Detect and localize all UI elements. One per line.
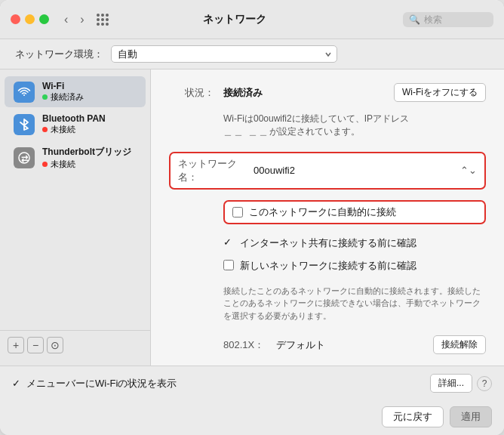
env-toolbar: ネットワーク環境： 自動 xyxy=(0,39,504,69)
plus-icon: + xyxy=(13,339,19,351)
remove-network-button[interactable]: − xyxy=(27,337,44,353)
help-text: 接続したことのあるネットワークに自動的に接続されます。接続したことのあるネットワ… xyxy=(223,285,486,322)
sidebar-tb-text: Thunderboltブリッジ 未接続 xyxy=(42,146,137,170)
minimize-button[interactable] xyxy=(25,14,35,24)
sidebar: Wi-Fi 接続済み Bluetooth PAN xyxy=(0,69,151,366)
sidebar-wifi-text: Wi-Fi 接続済み xyxy=(42,81,137,103)
show-wifi-label: メニューバーにWi-Fiの状況を表示 xyxy=(26,377,177,390)
sidebar-tb-status: 未接続 xyxy=(42,159,137,170)
bluetooth-icon xyxy=(14,114,35,135)
network-name-label: ネットワーク名： xyxy=(178,157,254,184)
status-row: 状況： 接続済み Wi-Fiをオフにする xyxy=(169,83,486,102)
action-icon: ⊙ xyxy=(51,339,60,351)
dot8021x-value: デフォルト xyxy=(276,338,421,352)
sidebar-wifi-name: Wi-Fi xyxy=(42,81,137,91)
revert-button[interactable]: 元に戻す xyxy=(382,406,444,427)
checkmark-icon-1: ✓ xyxy=(223,236,234,248)
thunderbolt-icon: ⇄ xyxy=(14,147,35,168)
option-row-2: 新しいネットワークに接続する前に確認 xyxy=(223,259,486,273)
show-wifi-row: ✓ メニューバーにWi-Fiの状況を表示 xyxy=(12,377,430,390)
help-button[interactable]: ? xyxy=(477,376,492,391)
auto-connect-checkbox[interactable] xyxy=(232,207,243,218)
status-label: 状況： xyxy=(169,86,214,100)
option-checkbox-2[interactable] xyxy=(223,260,234,270)
sidebar-item-thunderbolt[interactable]: ⇄ Thunderboltブリッジ 未接続 xyxy=(5,141,146,174)
wifi-icon xyxy=(14,82,35,103)
main-content: Wi-Fi 接続済み Bluetooth PAN xyxy=(0,69,504,366)
dot8021x-label: 802.1X： xyxy=(223,338,264,352)
option-label-2: 新しいネットワークに接続する前に確認 xyxy=(240,259,416,273)
dot8021x-row: 802.1X： デフォルト 接続解除 xyxy=(223,335,486,354)
detail-panel: 状況： 接続済み Wi-Fiをオフにする Wi-Fiは00ouwifi2に接続し… xyxy=(151,69,504,366)
footer: 元に戻す 適用 xyxy=(0,400,504,435)
bottom-bar: ✓ メニューバーにWi-Fiの状況を表示 詳細... ? xyxy=(0,366,504,400)
apply-button[interactable]: 適用 xyxy=(450,406,492,427)
env-select[interactable]: 自動 xyxy=(111,45,337,63)
sidebar-bt-text: Bluetooth PAN 未接続 xyxy=(42,113,137,135)
search-icon: 🔍 xyxy=(409,14,420,25)
auto-connect-label: このネットワークに自動的に接続 xyxy=(249,205,396,219)
auto-connect-row: このネットワークに自動的に接続 xyxy=(223,200,486,224)
back-button[interactable]: ‹ xyxy=(61,11,71,28)
minus-icon: − xyxy=(32,339,38,351)
select-arrow-icon: ⌃⌄ xyxy=(460,165,477,176)
traffic-lights xyxy=(11,14,49,24)
titlebar: ‹ › ネットワーク 🔍 xyxy=(0,0,504,39)
network-name-select[interactable]: 00ouwifi2 xyxy=(254,165,460,176)
search-box[interactable]: 🔍 xyxy=(403,12,493,27)
option-row-1: ✓ インターネット共有に接続する前に確認 xyxy=(223,236,486,250)
status-dot-tb xyxy=(42,162,48,167)
option-label-1: インターネット共有に接続する前に確認 xyxy=(240,236,416,250)
sidebar-bt-status: 未接続 xyxy=(42,124,137,135)
status-dot-bt xyxy=(42,127,48,132)
network-name-row: ネットワーク名： 00ouwifi2 ⌃⌄ xyxy=(169,152,486,190)
sidebar-tb-name: Thunderboltブリッジ xyxy=(42,146,137,159)
sidebar-bt-name: Bluetooth PAN xyxy=(42,113,137,124)
sidebar-wifi-status: 接続済み xyxy=(42,91,137,103)
action-button[interactable]: ⊙ xyxy=(47,337,63,353)
detail-button[interactable]: 詳細... xyxy=(430,374,472,393)
disconnect-button[interactable]: 接続解除 xyxy=(433,335,486,354)
show-wifi-checkmark-icon: ✓ xyxy=(12,378,20,389)
sidebar-item-wifi[interactable]: Wi-Fi 接続済み xyxy=(5,76,146,107)
sidebar-item-bluetooth[interactable]: Bluetooth PAN 未接続 xyxy=(5,109,146,140)
status-value: 接続済み xyxy=(223,86,263,100)
status-dot-wifi xyxy=(42,94,48,100)
description-text: Wi-Fiは00ouwifi2に接続していて、IPアドレス ＿＿ ＿＿が設定され… xyxy=(223,113,486,138)
close-button[interactable] xyxy=(11,14,20,24)
window-title: ネットワーク xyxy=(72,13,397,26)
window: ‹ › ネットワーク 🔍 ネットワーク環境： 自動 xyxy=(0,0,504,435)
wifi-off-button[interactable]: Wi-Fiをオフにする xyxy=(394,83,486,102)
maximize-button[interactable] xyxy=(39,14,49,24)
env-label: ネットワーク環境： xyxy=(15,48,103,61)
add-network-button[interactable]: + xyxy=(8,337,24,353)
svg-text:⇄: ⇄ xyxy=(21,154,29,163)
search-input[interactable] xyxy=(424,14,488,25)
sidebar-bottom: + − ⊙ xyxy=(0,330,150,359)
